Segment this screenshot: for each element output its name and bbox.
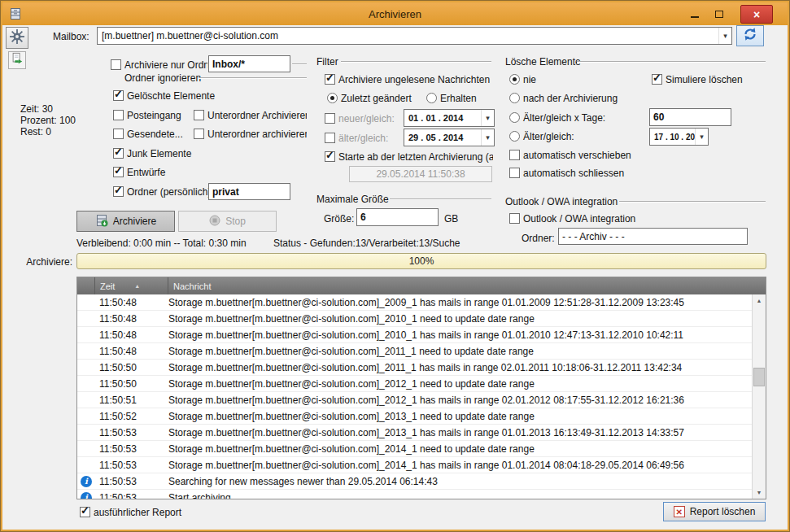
title-bar[interactable]: Archivieren × [2, 2, 788, 25]
ignore-junk-checkbox[interactable] [113, 148, 124, 159]
log-time: 11:50:48 [95, 346, 168, 357]
table-row[interactable]: 11:50:48Storage m.buettner[m.buettner@ci… [77, 343, 752, 360]
clear-report-button[interactable]: ✕ Report löschen [663, 502, 766, 521]
auto-close-label: automatisch schliessen [523, 168, 624, 179]
log-time: 11:50:53 [95, 492, 168, 499]
status-found: Status - Gefunden:13/Verarbeitet:13/Such… [273, 238, 460, 249]
stat-rest: Rest: 0 [20, 126, 51, 137]
progress-label: Archiviere: [25, 256, 72, 268]
ignore-deleted-checkbox[interactable] [113, 90, 124, 101]
log-time: 11:50:50 [95, 362, 168, 373]
table-row[interactable]: 11:50:52Storage m.buettner[m.buettner@ci… [77, 408, 752, 425]
scrollbar-thumb[interactable] [753, 368, 765, 386]
older-date-value: 29 . 05 . 2014 [404, 133, 481, 142]
delete-date-radio[interactable] [509, 131, 520, 142]
delete-never-label: nie [523, 74, 536, 85]
log-message: Storage m.buettner[m.buettner@ci-solutio… [168, 427, 752, 438]
subfolder-archive-checkbox[interactable] [194, 110, 204, 120]
ignore-sent-label: Gesendete... [127, 129, 183, 140]
chevron-down-icon: ▾ [695, 129, 708, 145]
ignore-personal-checkbox[interactable] [113, 186, 124, 197]
archive-button[interactable]: Archiviere [76, 211, 175, 232]
scroll-down-icon[interactable]: ▼ [753, 486, 766, 499]
mode-changed-radio[interactable] [327, 93, 338, 103]
outlook-integration-checkbox[interactable] [509, 213, 520, 224]
chevron-down-icon: ▾ [718, 28, 731, 44]
close-icon: × [753, 8, 760, 21]
start-last-checkbox[interactable] [325, 151, 335, 162]
log-time: 11:50:53 [95, 460, 168, 471]
close-button[interactable]: × [740, 5, 773, 24]
simulate-delete-checkbox[interactable] [652, 74, 662, 85]
export-report-button[interactable] [8, 51, 26, 69]
icon-column-header[interactable] [77, 277, 95, 294]
subfolder-archive-label: Unterordner Archivieren [207, 110, 307, 121]
minimize-button[interactable] [683, 2, 707, 25]
delete-days-input[interactable]: 60 [649, 108, 731, 126]
status-remaining: Verbleibend: 0:00 min -- Total: 0:30 min [76, 238, 247, 249]
scroll-up-icon[interactable]: ▲ [753, 294, 766, 307]
table-row[interactable]: 11:50:48Storage m.buettner[m.buettner@ci… [77, 327, 752, 343]
older-date-picker[interactable]: 29 . 05 . 2014 ▾ [404, 129, 495, 146]
delete-never-radio[interactable] [509, 74, 520, 85]
table-row[interactable]: i11:50:53Searching for new messages newe… [77, 473, 752, 490]
window-title: Archivieren [2, 8, 788, 20]
settings-button[interactable] [6, 27, 28, 49]
last-run-field: 29.05.2014 11:50:38 [349, 166, 492, 182]
personal-folder-input[interactable]: privat [208, 183, 290, 200]
log-time: 11:50:51 [95, 395, 168, 406]
mode-received-radio[interactable] [426, 93, 437, 103]
delete-group-title: Lösche Elemente [505, 56, 581, 68]
log-message: Start archiving [168, 492, 752, 499]
auto-close-checkbox[interactable] [509, 168, 520, 178]
outlook-folder-input[interactable]: - - - Archiv - - - [558, 228, 748, 245]
table-row[interactable]: 11:50:48Storage m.buettner[m.buettner@ci… [77, 294, 752, 311]
stop-button-label: Stop [225, 216, 246, 227]
chevron-down-icon: ▾ [481, 110, 494, 126]
ignore-sent-checkbox[interactable] [113, 129, 124, 139]
gear-icon [10, 29, 24, 47]
table-row[interactable]: 11:50:53Storage m.buettner[m.buettner@ci… [77, 425, 752, 441]
log-time: 11:50:53 [95, 476, 168, 487]
unread-checkbox[interactable] [325, 74, 335, 85]
log-message: Storage m.buettner[m.buettner@ci-solutio… [168, 411, 752, 422]
log-time: 11:50:52 [95, 411, 168, 422]
auto-move-label: automatisch verschieben [523, 150, 631, 161]
ignore-personal-label: Ordner (persönlich): [127, 186, 214, 198]
older-checkbox[interactable] [325, 133, 335, 143]
table-row[interactable]: 11:50:50Storage m.buettner[m.buettner@ci… [77, 360, 752, 376]
maximize-button[interactable] [707, 2, 731, 25]
ignore-inbox-checkbox[interactable] [113, 110, 124, 120]
mailbox-value: [m.buettner] m.buettner@ci-solution.com [98, 30, 718, 41]
log-time: 11:50:53 [95, 443, 168, 455]
newer-date-picker[interactable]: 01 . 01 . 2014 ▾ [404, 109, 495, 127]
newer-checkbox[interactable] [325, 113, 335, 124]
mailbox-select[interactable]: [m.buettner] m.buettner@ci-solution.com … [97, 27, 732, 45]
log-time: 11:50:53 [95, 427, 168, 438]
table-row[interactable]: 11:50:53Storage m.buettner[m.buettner@ci… [77, 441, 752, 457]
subfolder-archive2-checkbox[interactable] [194, 129, 204, 139]
table-row[interactable]: 11:50:48Storage m.buettner[m.buettner@ci… [77, 311, 752, 327]
auto-move-checkbox[interactable] [509, 150, 520, 160]
newer-label: neuer/gleich: [338, 113, 395, 124]
refresh-mailboxes-button[interactable] [736, 25, 764, 46]
time-column-header[interactable]: Zeit ▲ [95, 277, 168, 294]
verbose-report-checkbox[interactable] [80, 507, 90, 517]
delete-after-radio[interactable] [509, 93, 520, 103]
delete-date-picker[interactable]: 17 . 10 . 2010 ▾ [649, 128, 709, 146]
table-row[interactable]: 11:50:51Storage m.buettner[m.buettner@ci… [77, 392, 752, 408]
folder-pattern-input[interactable]: Inbox/* [208, 55, 290, 72]
message-column-header[interactable]: Nachricht [168, 277, 766, 294]
log-message: Storage m.buettner[m.buettner@ci-solutio… [168, 362, 752, 373]
log-message: Storage m.buettner[m.buettner@ci-solutio… [168, 460, 752, 471]
ignore-drafts-checkbox[interactable] [113, 167, 124, 177]
outlook-group-title: Outlook / OWA integration [505, 196, 618, 207]
size-input[interactable]: 6 [356, 208, 439, 226]
archive-only-folder-checkbox[interactable] [111, 59, 121, 70]
delete-days-radio[interactable] [509, 112, 520, 123]
stop-button[interactable]: Stop [178, 211, 277, 232]
table-row[interactable]: 11:50:50Storage m.buettner[m.buettner@ci… [77, 376, 752, 392]
vertical-scrollbar[interactable]: ▲ ▼ [752, 294, 766, 499]
table-row[interactable]: 11:50:53Storage m.buettner[m.buettner@ci… [77, 457, 752, 473]
table-row[interactable]: i11:50:53Start archiving [77, 490, 752, 499]
